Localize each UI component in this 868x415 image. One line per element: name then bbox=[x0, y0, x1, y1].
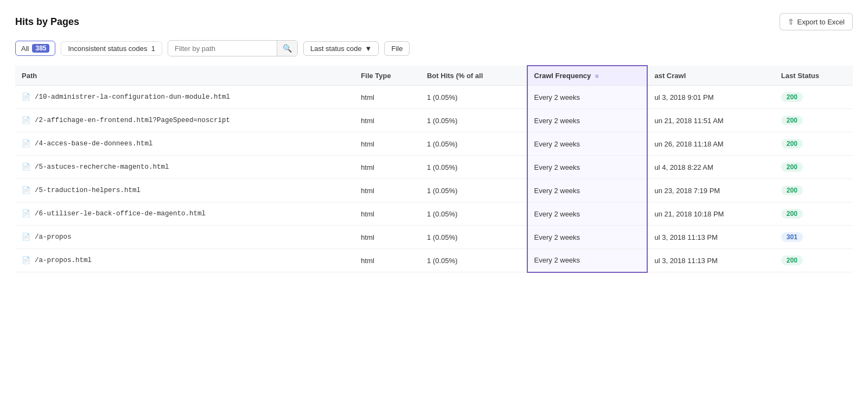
col-file-type: File Type bbox=[354, 66, 420, 86]
path-value: /a-propos.html bbox=[35, 257, 92, 264]
cell-path: 📄 /5-astuces-recherche-magento.html bbox=[15, 156, 354, 179]
status-badge: 301 bbox=[781, 232, 803, 242]
last-status-dropdown[interactable]: Last status code ▼ bbox=[303, 41, 379, 56]
file-label: File bbox=[391, 44, 403, 53]
search-wrapper: 🔍 bbox=[168, 40, 298, 56]
cell-bot-hits: 1 (0.05%) bbox=[420, 109, 527, 132]
cell-file-type: html bbox=[354, 202, 420, 226]
table-row: 📄 /10-administrer-la-configuration-dun-m… bbox=[15, 86, 853, 109]
cell-last-crawl: ul 4, 2018 8:22 AM bbox=[647, 156, 774, 179]
page-title: Hits by Pages bbox=[15, 16, 79, 28]
cell-file-type: html bbox=[354, 226, 420, 249]
path-value: /2-affichage-en-frontend.html?PageSpeed=… bbox=[35, 117, 230, 124]
cell-path: 📄 /5-traduction-helpers.html bbox=[15, 179, 354, 202]
search-input[interactable] bbox=[168, 41, 277, 56]
status-badge: 200 bbox=[781, 116, 803, 125]
last-status-label: Last status code bbox=[310, 44, 362, 53]
col-last-status: Last Status bbox=[775, 66, 853, 86]
cell-last-status: 200 bbox=[775, 249, 853, 272]
cell-crawl-freq: Every 2 weeks bbox=[527, 202, 648, 226]
hits-table: Path File Type Bot Hits (% of all Crawl … bbox=[15, 65, 853, 273]
inconsistent-count: 1 bbox=[151, 44, 155, 53]
cell-file-type: html bbox=[354, 156, 420, 179]
cell-file-type: html bbox=[354, 132, 420, 156]
cell-path: 📄 /2-affichage-en-frontend.html?PageSpee… bbox=[15, 109, 354, 132]
path-value: /5-traduction-helpers.html bbox=[35, 187, 141, 194]
status-badge: 200 bbox=[781, 256, 803, 265]
file-icon: 📄 bbox=[22, 116, 30, 125]
cell-crawl-freq: Every 2 weeks bbox=[527, 156, 648, 179]
file-icon: 📄 bbox=[22, 233, 30, 241]
cell-last-crawl: un 21, 2018 10:18 PM bbox=[647, 202, 774, 226]
cell-file-type: html bbox=[354, 109, 420, 132]
cell-last-crawl: un 26, 2018 11:18 AM bbox=[647, 132, 774, 156]
cell-path: 📄 /a-propos bbox=[15, 226, 354, 249]
cell-bot-hits: 1 (0.05%) bbox=[420, 202, 527, 226]
cell-path: 📄 /10-administrer-la-configuration-dun-m… bbox=[15, 86, 354, 109]
file-icon: 📄 bbox=[22, 139, 30, 148]
col-path: Path bbox=[15, 66, 354, 86]
cell-last-status: 200 bbox=[775, 156, 853, 179]
export-label: Export to Excel bbox=[797, 18, 845, 26]
cell-bot-hits: 1 (0.05%) bbox=[420, 86, 527, 109]
status-badge: 200 bbox=[781, 162, 803, 172]
tab-all-button[interactable]: All 385 bbox=[15, 41, 55, 56]
file-icon: 📄 bbox=[22, 186, 30, 195]
cell-bot-hits: 1 (0.05%) bbox=[420, 156, 527, 179]
sort-icon: ≡ bbox=[595, 73, 598, 79]
cell-file-type: html bbox=[354, 179, 420, 202]
table-row: 📄 /a-propos.html html 1 (0.05%) Every 2 … bbox=[15, 249, 853, 272]
cell-crawl-freq: Every 2 weeks bbox=[527, 86, 648, 109]
cell-last-crawl: ul 3, 2018 11:13 PM bbox=[647, 226, 774, 249]
table-row: 📄 /a-propos html 1 (0.05%) Every 2 weeks… bbox=[15, 226, 853, 249]
cell-last-status: 200 bbox=[775, 109, 853, 132]
col-bot-hits: Bot Hits (% of all bbox=[420, 66, 527, 86]
file-icon: 📄 bbox=[22, 93, 30, 101]
table-row: 📄 /5-astuces-recherche-magento.html html… bbox=[15, 156, 853, 179]
col-crawl-freq[interactable]: Crawl Frequency ≡ bbox=[527, 66, 648, 86]
filter-row: All 385 Inconsistent status codes 1 🔍 La… bbox=[15, 40, 853, 56]
cell-bot-hits: 1 (0.05%) bbox=[420, 132, 527, 156]
export-button[interactable]: ⇧ Export to Excel bbox=[780, 13, 853, 30]
cell-crawl-freq: Every 2 weeks bbox=[527, 132, 648, 156]
cell-crawl-freq: Every 2 weeks bbox=[527, 109, 648, 132]
cell-file-type: html bbox=[354, 249, 420, 272]
cell-last-status: 200 bbox=[775, 202, 853, 226]
cell-crawl-freq: Every 2 weeks bbox=[527, 179, 648, 202]
inconsistent-filter-button[interactable]: Inconsistent status codes 1 bbox=[61, 41, 162, 56]
path-value: /5-astuces-recherche-magento.html bbox=[35, 163, 169, 171]
table-container: Path File Type Bot Hits (% of all Crawl … bbox=[15, 65, 853, 273]
path-value: /a-propos bbox=[35, 233, 72, 241]
cell-file-type: html bbox=[354, 86, 420, 109]
search-button[interactable]: 🔍 bbox=[277, 41, 297, 56]
status-badge: 200 bbox=[781, 209, 803, 219]
cell-last-crawl: un 23, 2018 7:19 PM bbox=[647, 179, 774, 202]
file-icon: 📄 bbox=[22, 209, 30, 218]
table-row: 📄 /5-traduction-helpers.html html 1 (0.0… bbox=[15, 179, 853, 202]
path-value: /10-administrer-la-configuration-dun-mod… bbox=[35, 93, 230, 101]
chevron-down-icon: ▼ bbox=[365, 44, 372, 53]
cell-last-crawl: ul 3, 2018 11:13 PM bbox=[647, 249, 774, 272]
file-filter-button[interactable]: File bbox=[384, 41, 410, 56]
table-row: 📄 /2-affichage-en-frontend.html?PageSpee… bbox=[15, 109, 853, 132]
col-last-crawl: ast Crawl bbox=[647, 66, 774, 86]
cell-path: 📄 /6-utiliser-le-back-office-de-magento.… bbox=[15, 202, 354, 226]
cell-bot-hits: 1 (0.05%) bbox=[420, 249, 527, 272]
export-icon: ⇧ bbox=[788, 17, 794, 26]
cell-last-status: 200 bbox=[775, 86, 853, 109]
cell-path: 📄 /a-propos.html bbox=[15, 249, 354, 272]
path-value: /4-acces-base-de-donnees.html bbox=[35, 140, 153, 148]
path-value: /6-utiliser-le-back-office-de-magento.ht… bbox=[35, 210, 206, 218]
tab-all-label: All bbox=[21, 44, 29, 53]
file-icon: 📄 bbox=[22, 256, 30, 265]
cell-last-crawl: un 21, 2018 11:51 AM bbox=[647, 109, 774, 132]
cell-last-status: 301 bbox=[775, 226, 853, 249]
cell-crawl-freq: Every 2 weeks bbox=[527, 226, 648, 249]
cell-last-status: 200 bbox=[775, 132, 853, 156]
cell-path: 📄 /4-acces-base-de-donnees.html bbox=[15, 132, 354, 156]
tab-all-count: 385 bbox=[32, 44, 49, 53]
cell-bot-hits: 1 (0.05%) bbox=[420, 179, 527, 202]
status-badge: 200 bbox=[781, 139, 803, 149]
cell-last-status: 200 bbox=[775, 179, 853, 202]
inconsistent-label: Inconsistent status codes bbox=[68, 44, 147, 53]
